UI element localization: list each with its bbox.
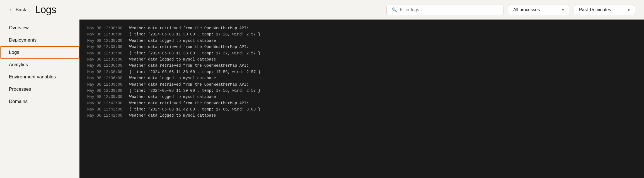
log-timestamp: May 08 12:33:00: [87, 45, 127, 49]
time-dropdown[interactable]: Past 15 minutes ▾: [574, 4, 635, 15]
sidebar-item-environment-variables[interactable]: Environment variables: [0, 71, 79, 83]
log-message: { time: '2024-05-08 11:42:00', temp: 17.…: [129, 107, 260, 112]
log-timestamp: May 08 12:42:00: [87, 107, 127, 112]
log-timestamp: May 08 12:33:00: [87, 57, 127, 62]
search-box[interactable]: 🔍: [386, 4, 503, 15]
log-timestamp: May 08 12:39:00: [87, 82, 127, 87]
log-timestamp: May 08 12:30:00: [87, 39, 127, 43]
log-line: May 08 12:39:00 Weather data logged to m…: [87, 94, 636, 100]
processes-dropdown[interactable]: All processes ▾: [508, 4, 569, 15]
search-input[interactable]: [400, 7, 498, 12]
log-line: May 08 12:42:00 Weather data retrieved f…: [87, 100, 636, 106]
log-message: { time: '2024-05-08 11:39:00', temp: 17.…: [129, 88, 260, 93]
log-line: May 08 12:33:00 { time: '2024-05-08 11:3…: [87, 50, 636, 56]
processes-dropdown-arrow-icon: ▾: [562, 8, 564, 12]
log-line: May 08 12:36:00 Weather data retrieved f…: [87, 62, 636, 69]
log-message: { time: '2024-05-08 11:36:00', temp: 17.…: [129, 70, 260, 74]
sidebar-item-analytics[interactable]: Analytics: [0, 59, 79, 71]
log-message: Weather data retrieved from the OpenWeat…: [129, 63, 249, 68]
log-line: May 08 12:42:00 Weather data logged to m…: [87, 112, 636, 119]
main-layout: Overview Deployments Logs Analytics Envi…: [0, 20, 644, 178]
log-line: May 08 12:42:00 { time: '2024-05-08 11:4…: [87, 106, 636, 112]
log-message: Weather data logged to mysql database: [129, 39, 216, 43]
log-message: Weather data retrieved from the OpenWeat…: [129, 101, 249, 105]
time-label: Past 15 minutes: [579, 7, 611, 12]
log-timestamp: May 08 12:30:00: [87, 26, 127, 30]
log-line: May 08 12:30:00 Weather data retrieved f…: [87, 25, 636, 31]
sidebar-item-processes[interactable]: Processes: [0, 83, 79, 95]
log-timestamp: May 08 12:42:00: [87, 101, 127, 105]
log-message: Weather data logged to mysql database: [129, 95, 216, 99]
log-timestamp: May 08 12:33:00: [87, 51, 127, 56]
sidebar-item-logs[interactable]: Logs: [0, 46, 79, 59]
log-message: Weather data logged to mysql database: [129, 57, 216, 62]
log-timestamp: May 08 12:39:00: [87, 88, 127, 93]
log-message: { time: '2024-05-08 11:30:00', temp: 17.…: [129, 32, 260, 37]
log-message: { time: '2024-05-08 11:33:00', temp: 17.…: [129, 51, 260, 56]
log-message: Weather data logged to mysql database: [129, 76, 216, 80]
time-dropdown-arrow-icon: ▾: [628, 8, 630, 12]
log-line: May 08 12:30:00 { time: '2024-05-08 11:3…: [87, 31, 636, 37]
sidebar-item-domains[interactable]: Domains: [0, 95, 79, 108]
log-timestamp: May 08 12:36:00: [87, 63, 127, 68]
back-label: Back: [16, 7, 26, 13]
back-arrow-icon: ←: [9, 7, 14, 13]
log-line: May 08 12:33:00 Weather data logged to m…: [87, 56, 636, 62]
log-message: Weather data retrieved from the OpenWeat…: [129, 26, 249, 30]
log-timestamp: May 08 12:36:00: [87, 76, 127, 80]
log-timestamp: May 08 12:36:00: [87, 70, 127, 74]
log-timestamp: May 08 12:30:00: [87, 32, 127, 37]
log-line: May 08 12:30:00 Weather data logged to m…: [87, 38, 636, 44]
log-message: Weather data retrieved from the OpenWeat…: [129, 45, 249, 49]
processes-label: All processes: [513, 7, 540, 12]
log-area[interactable]: May 08 12:30:00 Weather data retrieved f…: [79, 20, 644, 178]
log-line: May 08 12:39:00 Weather data retrieved f…: [87, 81, 636, 88]
log-line: May 08 12:39:00 { time: '2024-05-08 11:3…: [87, 88, 636, 94]
log-line: May 08 12:33:00 Weather data retrieved f…: [87, 44, 636, 50]
log-message: Weather data logged to mysql database: [129, 113, 216, 118]
log-timestamp: May 08 12:39:00: [87, 95, 127, 99]
log-message: Weather data retrieved from the OpenWeat…: [129, 82, 249, 87]
sidebar: Overview Deployments Logs Analytics Envi…: [0, 20, 79, 178]
log-line: May 08 12:36:00 Weather data logged to m…: [87, 75, 636, 81]
page-title: Logs: [35, 4, 56, 16]
search-icon: 🔍: [392, 7, 397, 12]
sidebar-item-deployments[interactable]: Deployments: [0, 34, 79, 46]
back-button[interactable]: ← Back: [9, 7, 26, 13]
header: ← Back Logs 🔍 All processes ▾ Past 15 mi…: [0, 0, 644, 20]
log-line: May 08 12:36:00 { time: '2024-05-08 11:3…: [87, 69, 636, 75]
sidebar-item-overview[interactable]: Overview: [0, 22, 79, 34]
header-controls: 🔍 All processes ▾ Past 15 minutes ▾: [386, 4, 635, 15]
log-timestamp: May 08 12:42:00: [87, 113, 127, 118]
